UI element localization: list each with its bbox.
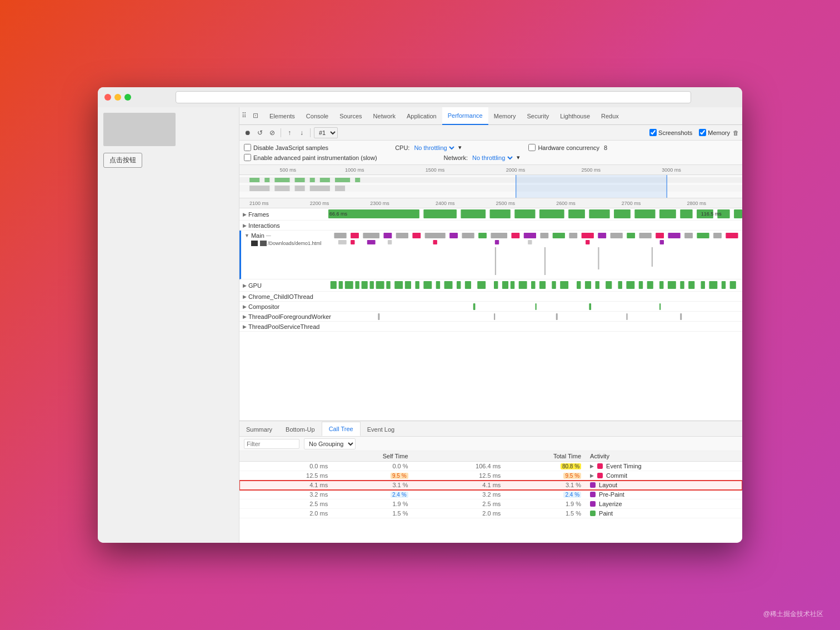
timeline-overview[interactable]: 500 ms 1000 ms 1500 ms 2000 ms 2500 ms 3… — [239, 165, 742, 198]
close-button[interactable] — [104, 94, 111, 101]
svg-rect-35 — [334, 233, 346, 238]
svg-rect-29 — [659, 209, 676, 218]
table-header-row: Self Time Total Time Activity — [239, 451, 742, 462]
svg-rect-45 — [491, 233, 507, 238]
browser-content: 点击按钮 ⠿ ⊡ Elements Console Sources Networ… — [98, 107, 742, 543]
table-row[interactable]: 3.2 ms 2.4 % 3.2 ms 2.4 % Pre-Paint — [239, 490, 742, 499]
threadpool-fg-track-label[interactable]: ▶ ThreadPoolForegroundWorker — [239, 313, 328, 320]
performance-toolbar: ⏺ ↺ ⊘ ↑ ↓ #1 Screenshots Memory 🗑 — [239, 125, 742, 141]
detail-tick-2200: 2200 ms — [310, 201, 329, 206]
main-label-text: Main — [251, 232, 264, 239]
child-io-track-label[interactable]: ▶ Chrome_ChildIOThread — [239, 293, 328, 300]
svg-text:116.5 ms: 116.5 ms — [701, 211, 722, 217]
clear-button[interactable]: ⊘ — [267, 128, 277, 138]
settings-icon: ⊡ — [253, 112, 262, 121]
grouping-select[interactable]: No Grouping — [304, 438, 356, 449]
profile-select[interactable]: #1 — [314, 127, 338, 138]
table-row[interactable]: 2.5 ms 1.9 % 2.5 ms 1.9 % Layerize — [239, 499, 742, 509]
svg-rect-75 — [331, 281, 337, 289]
hardware-concurrency-checkbox[interactable] — [528, 144, 536, 151]
activity-header[interactable]: Activity — [586, 451, 742, 462]
export-button[interactable]: ↑ — [284, 128, 294, 138]
cpu-throttle-select[interactable]: No throttling — [412, 144, 456, 152]
refresh-record-button[interactable]: ↺ — [255, 128, 265, 138]
tab-network[interactable]: Network — [368, 107, 401, 125]
screenshots-checkbox-group: Screenshots — [649, 129, 692, 136]
svg-rect-105 — [626, 281, 634, 289]
main-track-content — [330, 231, 742, 279]
activity-name: Layout — [599, 482, 617, 488]
timeline-mini[interactable] — [239, 175, 742, 198]
self-time-header[interactable]: Self Time — [239, 451, 413, 462]
gpu-track-label[interactable]: ▶ GPU — [239, 282, 328, 289]
detail-tick-2800: 2800 ms — [687, 201, 706, 206]
tab-memory[interactable]: Memory — [488, 107, 522, 125]
tab-summary[interactable]: Summary — [239, 422, 279, 436]
main-track-label[interactable]: ▼ Main — /Downloads/demo1.html — [241, 231, 330, 279]
webpage-button[interactable]: 点击按钮 — [103, 153, 142, 168]
table-row[interactable]: 2.0 ms 1.5 % 2.0 ms 1.5 % Paint — [239, 509, 742, 518]
tab-bottom-up[interactable]: Bottom-Up — [279, 422, 322, 436]
advanced-paint-label: Enable advanced paint instrumentation (s… — [253, 154, 377, 161]
tab-call-tree[interactable]: Call Tree — [322, 422, 361, 436]
devtools-icon: ⠿ — [242, 112, 251, 121]
tab-elements[interactable]: Elements — [264, 107, 301, 125]
filter-input[interactable] — [244, 439, 299, 449]
svg-rect-53 — [611, 233, 623, 238]
tab-console[interactable]: Console — [301, 107, 334, 125]
tab-lighthouse[interactable]: Lighthouse — [554, 107, 596, 125]
total-pct-value: 80.8 % — [505, 462, 586, 471]
child-io-expand-icon: ▶ — [243, 294, 247, 299]
browser-window: 点击按钮 ⠿ ⊡ Elements Console Sources Networ… — [98, 87, 742, 543]
advanced-paint-option: Enable advanced paint instrumentation (s… — [244, 154, 377, 161]
network-throttle-group: Network: No throttling ▾ — [444, 154, 520, 162]
self-time-value: 0.0 ms — [239, 462, 332, 471]
tab-security[interactable]: Security — [521, 107, 554, 125]
minimize-button[interactable] — [114, 94, 121, 101]
memory-delete-icon[interactable]: 🗑 — [733, 129, 739, 136]
url-bar[interactable] — [176, 91, 691, 103]
memory-label[interactable]: Memory — [708, 129, 730, 136]
svg-rect-36 — [351, 233, 359, 238]
ruler-tick-500: 500 ms — [279, 167, 296, 173]
activity-color-dot — [590, 511, 596, 516]
table-row[interactable]: 0.0 ms 0.0 % 106.4 ms 80.8 % ▶ Event Tim… — [239, 462, 742, 471]
disable-js-label: Disable JavaScript samples — [253, 144, 328, 151]
tab-application[interactable]: Application — [401, 107, 442, 125]
activity-name: Layerize — [599, 501, 622, 507]
screenshots-checkbox[interactable] — [649, 129, 657, 136]
svg-rect-8 — [355, 178, 360, 182]
total-time-header[interactable]: Total Time — [413, 451, 586, 462]
svg-rect-81 — [376, 281, 384, 289]
ruler-tick-2500: 2500 ms — [581, 167, 601, 173]
svg-rect-84 — [405, 281, 411, 289]
svg-rect-93 — [502, 281, 508, 289]
disable-js-checkbox[interactable] — [244, 144, 251, 151]
screenshots-label[interactable]: Screenshots — [658, 129, 692, 136]
table-row[interactable]: 4.1 ms 3.1 % 4.1 ms 3.1 % Layout — [239, 481, 742, 490]
table-row[interactable]: 12.5 ms 9.5 % 12.5 ms 9.5 % ▶ Commit — [239, 471, 742, 481]
detail-tick-2100: 2100 ms — [249, 201, 269, 206]
threadpool-svc-track-label[interactable]: ▶ ThreadPoolServiceThread — [239, 323, 328, 330]
cpu-dropdown-icon: ▾ — [458, 144, 462, 151]
svg-rect-63 — [351, 240, 354, 244]
row-expand-arrow[interactable]: ▶ — [590, 473, 594, 478]
tab-event-log[interactable]: Event Log — [361, 422, 402, 436]
maximize-button[interactable] — [124, 94, 131, 101]
svg-rect-69 — [586, 240, 589, 244]
advanced-paint-checkbox[interactable] — [244, 154, 251, 161]
interactions-track: ▶ Interactions — [239, 221, 742, 231]
tab-performance[interactable]: Performance — [442, 107, 488, 125]
memory-checkbox[interactable] — [699, 129, 706, 136]
network-throttle-select[interactable]: No throttling — [470, 154, 514, 162]
record-button[interactable]: ⏺ — [243, 128, 253, 138]
compositor-track-label[interactable]: ▶ Compositor — [239, 303, 328, 310]
import-button[interactable]: ↓ — [297, 128, 307, 138]
compositor-expand-icon: ▶ — [243, 304, 247, 309]
interactions-track-label[interactable]: ▶ Interactions — [239, 222, 328, 229]
activity-color-dot — [597, 463, 603, 469]
row-expand-arrow[interactable]: ▶ — [590, 463, 594, 469]
frames-track-label[interactable]: ▶ Frames — [239, 211, 328, 218]
tab-sources[interactable]: Sources — [334, 107, 367, 125]
tab-redux[interactable]: Redux — [596, 107, 624, 125]
